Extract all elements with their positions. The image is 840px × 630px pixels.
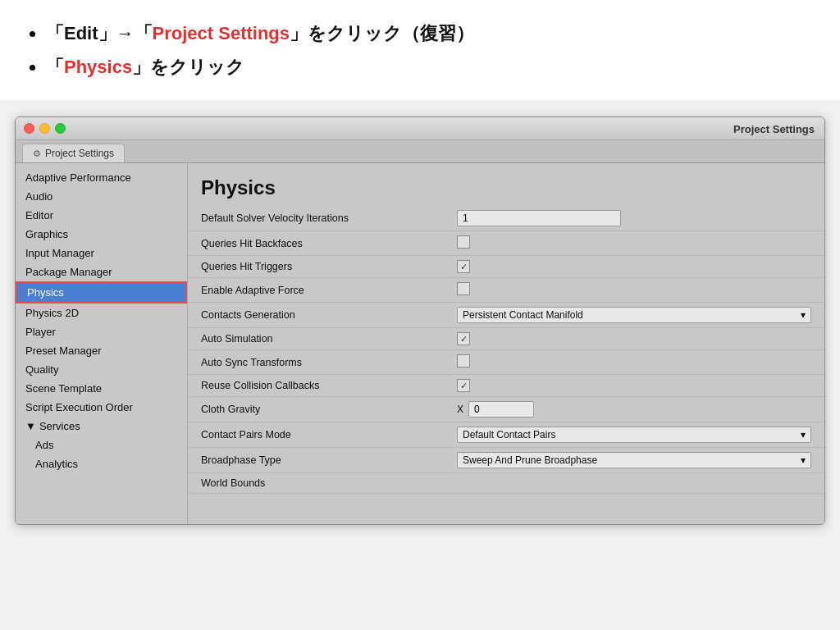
line1-suffix: 」をクリック（復習） xyxy=(290,23,474,43)
sidebar-item-preset-manager[interactable]: Preset Manager xyxy=(16,341,187,360)
title-bar: Project Settings xyxy=(16,117,824,140)
sidebar-item-quality[interactable]: Quality xyxy=(16,360,187,379)
table-row: Cloth Gravity X xyxy=(188,397,824,422)
sidebar-item-physics[interactable]: Physics xyxy=(16,281,187,304)
table-row: World Bounds xyxy=(188,473,824,494)
setting-value: ✓ xyxy=(450,328,824,350)
setting-value xyxy=(450,278,824,303)
contacts-generation-value: Persistent Contact Manifold xyxy=(463,309,583,321)
table-row: Contacts Generation Persistent Contact M… xyxy=(188,303,824,328)
queries-hit-triggers-checkbox[interactable]: ✓ xyxy=(457,260,470,273)
auto-simulation-checkbox[interactable]: ✓ xyxy=(457,332,470,345)
table-row: Reuse Collision Callbacks ✓ xyxy=(188,375,824,397)
solver-velocity-input[interactable] xyxy=(457,210,621,226)
contacts-generation-dropdown[interactable]: Persistent Contact Manifold ▾ xyxy=(457,307,811,323)
setting-value xyxy=(450,206,824,231)
setting-label: Auto Simulation xyxy=(188,328,450,350)
line2-suffix: 」をクリック xyxy=(132,57,244,77)
maximize-button[interactable] xyxy=(55,123,66,134)
sidebar-item-physics-2d[interactable]: Physics 2D xyxy=(16,304,187,322)
setting-label: Cloth Gravity xyxy=(188,397,450,422)
setting-value: ✓ xyxy=(450,256,824,278)
sidebar-item-scene-template[interactable]: Scene Template xyxy=(16,379,187,398)
sidebar-item-graphics[interactable]: Graphics xyxy=(16,225,187,244)
setting-value xyxy=(450,350,824,375)
queries-hit-backfaces-checkbox[interactable] xyxy=(457,235,470,249)
sidebar-item-audio[interactable]: Audio xyxy=(16,187,187,206)
table-row: Auto Sync Transforms xyxy=(188,350,824,375)
instruction-line-2: 「Physics」をクリック xyxy=(46,53,814,80)
setting-label: Reuse Collision Callbacks xyxy=(188,375,450,397)
line2-prefix: 「 xyxy=(46,57,64,77)
window-title: Project Settings xyxy=(733,122,815,135)
sidebar-item-adaptive-performance[interactable]: Adaptive Performance xyxy=(16,168,187,187)
broadphase-type-value: Sweep And Prune Broadphase xyxy=(463,454,597,466)
main-panel: Physics Default Solver Velocity Iteratio… xyxy=(188,163,824,524)
sidebar-item-editor[interactable]: Editor xyxy=(16,206,187,225)
tab-bar: ⚙ Project Settings xyxy=(16,140,824,163)
instruction-line-1: 「Edit」→「Project Settings」をクリック（復習） xyxy=(46,20,814,47)
table-row: Queries Hit Triggers ✓ xyxy=(188,256,824,278)
sidebar-group-services[interactable]: ▼ Services xyxy=(16,417,187,436)
minimize-button[interactable] xyxy=(39,123,50,134)
enable-adaptive-force-checkbox[interactable] xyxy=(457,282,470,295)
setting-label: Queries Hit Triggers xyxy=(188,256,450,278)
line1-link: Project Settings xyxy=(153,23,290,43)
sidebar-item-input-manager[interactable]: Input Manager xyxy=(16,244,187,262)
table-row: Auto Simulation ✓ xyxy=(188,328,824,350)
setting-value: Default Contact Pairs ▾ xyxy=(450,422,824,448)
line2-link: Physics xyxy=(64,57,132,77)
table-row: Default Solver Velocity Iterations xyxy=(188,206,824,231)
services-label: Services xyxy=(39,420,80,432)
cloth-gravity-input[interactable] xyxy=(468,401,534,418)
dropdown-arrow-icon: ▾ xyxy=(801,309,806,321)
close-button[interactable] xyxy=(24,123,34,134)
cloth-x-label: X xyxy=(457,404,463,415)
settings-tab-label: Project Settings xyxy=(45,148,114,159)
reuse-collision-callbacks-checkbox[interactable]: ✓ xyxy=(457,379,470,392)
sidebar-item-script-execution-order[interactable]: Script Execution Order xyxy=(16,398,187,417)
physics-title: Physics xyxy=(188,163,824,206)
sidebar: Adaptive Performance Audio Editor Graphi… xyxy=(16,163,188,524)
services-expand-icon: ▼ xyxy=(25,420,36,432)
setting-value: X xyxy=(450,397,824,422)
setting-value xyxy=(450,231,824,256)
auto-sync-transforms-checkbox[interactable] xyxy=(457,354,470,368)
setting-label: World Bounds xyxy=(188,473,450,494)
sidebar-item-analytics[interactable]: Analytics xyxy=(16,454,187,473)
table-row: Contact Pairs Mode Default Contact Pairs… xyxy=(188,422,824,448)
setting-label: Contacts Generation xyxy=(188,303,450,328)
setting-label: Default Solver Velocity Iterations xyxy=(188,206,450,231)
instructions-area: 「Edit」→「Project Settings」をクリック（復習） 「Phys… xyxy=(0,0,840,100)
table-row: Queries Hit Backfaces xyxy=(188,231,824,256)
settings-tab-icon: ⚙ xyxy=(33,148,41,159)
setting-value: Persistent Contact Manifold ▾ xyxy=(450,303,824,328)
table-row: Enable Adaptive Force xyxy=(188,278,824,303)
dropdown-arrow-icon: ▾ xyxy=(801,429,806,441)
sidebar-item-player[interactable]: Player xyxy=(16,322,187,341)
instruction-list: 「Edit」→「Project Settings」をクリック（復習） 「Phys… xyxy=(26,20,814,80)
setting-value: ✓ xyxy=(450,375,824,397)
setting-value xyxy=(450,473,824,494)
setting-value: Sweep And Prune Broadphase ▾ xyxy=(450,448,824,473)
setting-label: Queries Hit Backfaces xyxy=(188,231,450,256)
setting-label: Broadphase Type xyxy=(188,448,450,473)
contact-pairs-mode-dropdown[interactable]: Default Contact Pairs ▾ xyxy=(457,427,811,443)
sidebar-item-ads[interactable]: Ads xyxy=(16,436,187,454)
content-area: Adaptive Performance Audio Editor Graphi… xyxy=(16,163,824,524)
dropdown-arrow-icon: ▾ xyxy=(801,454,806,466)
project-settings-tab[interactable]: ⚙ Project Settings xyxy=(22,144,125,162)
line1-prefix: 「Edit」→「 xyxy=(46,23,153,43)
sidebar-item-package-manager[interactable]: Package Manager xyxy=(16,262,187,281)
traffic-lights xyxy=(24,123,66,134)
contact-pairs-mode-value: Default Contact Pairs xyxy=(463,429,555,441)
broadphase-type-dropdown[interactable]: Sweep And Prune Broadphase ▾ xyxy=(457,452,811,468)
cloth-gravity-row: X xyxy=(457,401,811,418)
setting-label: Enable Adaptive Force xyxy=(188,278,450,303)
setting-label: Auto Sync Transforms xyxy=(188,350,450,375)
setting-label: Contact Pairs Mode xyxy=(188,422,450,448)
project-settings-window: Project Settings ⚙ Project Settings Adap… xyxy=(15,116,825,525)
settings-table: Default Solver Velocity Iterations Queri… xyxy=(188,206,824,494)
table-row: Broadphase Type Sweep And Prune Broadpha… xyxy=(188,448,824,473)
